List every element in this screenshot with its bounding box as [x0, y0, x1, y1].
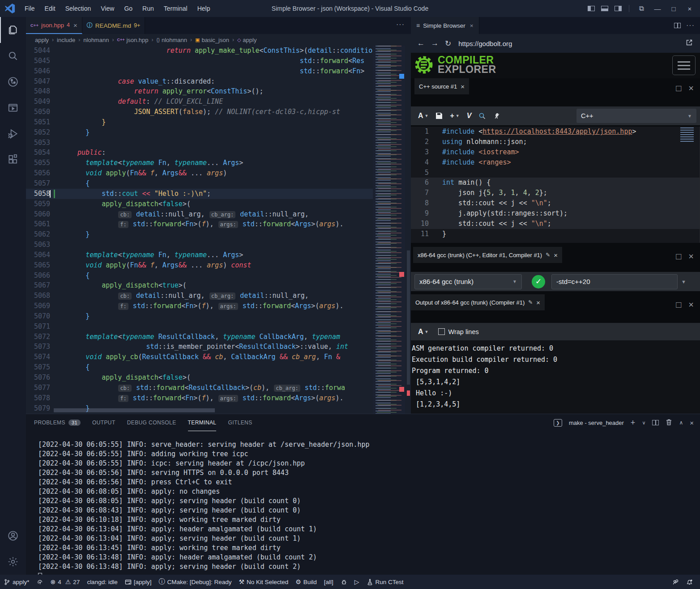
- code-line-5053[interactable]: 5053: [26, 138, 373, 148]
- maximize-button[interactable]: □: [667, 5, 680, 13]
- build-button[interactable]: ⚙ Build: [292, 575, 320, 589]
- tab-debug-console[interactable]: DEBUG CONSOLE: [127, 414, 176, 431]
- code-line-5044[interactable]: 5044 return apply_make_tuple<ConstThis>(…: [26, 46, 373, 56]
- menu-file[interactable]: File: [20, 0, 40, 17]
- split-terminal-icon[interactable]: [652, 420, 659, 425]
- code-line-5067[interactable]: 5067 apply_dispatch<true>(: [26, 280, 373, 291]
- code-line-5068[interactable]: 5068 cb: detail::null_arg, cb_arg: detai…: [26, 291, 373, 301]
- breadcrumb-item[interactable]: include: [57, 37, 75, 43]
- more-actions-icon[interactable]: ···: [686, 21, 695, 30]
- problems-status-item[interactable]: ⊗ 4 ⚠ 27: [47, 575, 84, 589]
- code-line-5054[interactable]: 5054 public:: [26, 148, 373, 158]
- language-select[interactable]: C++ ▼: [576, 109, 696, 123]
- maximize-pane-icon[interactable]: □: [676, 83, 681, 93]
- code-line-5063[interactable]: 5063: [26, 240, 373, 250]
- toggle-panel-icon[interactable]: [601, 6, 608, 11]
- code-line-5056[interactable]: 5056 void apply(Fn&& f, Args&& ... args): [26, 168, 373, 178]
- horizontal-scrollbar[interactable]: [54, 408, 215, 412]
- code-line-5076[interactable]: 5076 apply_dispatch<false>(: [26, 373, 373, 383]
- run-debug-icon[interactable]: [0, 121, 26, 147]
- code-line-5057[interactable]: 5057 {: [26, 178, 373, 189]
- git-branch-item[interactable]: apply*: [0, 575, 33, 589]
- code-line-5050[interactable]: 5050 JSON_ASSERT(false); // NOLINT(cert-…: [26, 107, 373, 117]
- code-line-10[interactable]: 10 std::cout << j << "\n";: [411, 219, 700, 229]
- code-line-3[interactable]: 3#include <iostream>: [411, 147, 700, 157]
- back-icon[interactable]: ←: [417, 39, 425, 48]
- close-pane-icon[interactable]: ×: [688, 83, 694, 93]
- launch-play-icon[interactable]: ▷: [351, 575, 363, 589]
- code-line-5[interactable]: 5: [411, 168, 700, 178]
- save-icon[interactable]: [435, 112, 443, 119]
- breadcrumb-item[interactable]: basic_json: [201, 37, 229, 43]
- add-pane-icon[interactable]: +▼: [450, 112, 459, 120]
- code-line-4[interactable]: 4#include <ranges>: [411, 157, 700, 168]
- vim-mode-icon[interactable]: V: [467, 112, 472, 120]
- settings-gear-icon[interactable]: [0, 549, 26, 575]
- menu-edit[interactable]: Edit: [40, 0, 60, 17]
- feedback-icon[interactable]: [669, 575, 683, 589]
- code-line-5051[interactable]: 5051 }: [26, 117, 373, 127]
- search-icon[interactable]: [0, 43, 26, 69]
- build-target-item[interactable]: [all]: [320, 575, 337, 589]
- code-line-5073[interactable]: 5073 std::is_member_pointer<ResultCallba…: [26, 342, 373, 352]
- code-line-5055[interactable]: 5055 template<typename Fn, typename... A…: [26, 158, 373, 168]
- code-line-5046[interactable]: 5046 std::forward<Fn>: [26, 66, 373, 76]
- cmake-project-item[interactable]: [apply]: [121, 575, 155, 589]
- explorer-icon[interactable]: [0, 17, 26, 43]
- maximize-pane-icon[interactable]: □: [676, 300, 681, 310]
- wrap-lines-checkbox[interactable]: [438, 328, 445, 335]
- close-icon[interactable]: ×: [461, 83, 465, 90]
- menu-view[interactable]: View: [96, 0, 119, 17]
- customize-layout-icon[interactable]: ⧉: [635, 4, 648, 13]
- code-line-5077[interactable]: 5077 cb: std::forward<ResultCallback>(cb…: [26, 383, 373, 393]
- close-panel-icon[interactable]: ×: [690, 419, 694, 427]
- vertical-scrollbar[interactable]: [407, 250, 410, 385]
- simple-browser-preview-icon[interactable]: [0, 95, 26, 121]
- terminal-title[interactable]: make - serve_header: [569, 420, 624, 426]
- code-line-5078[interactable]: 5078 f: std::forward<Fn>(f), args: std::…: [26, 393, 373, 403]
- tab-output[interactable]: OUTPUT: [92, 414, 115, 431]
- code-line-9[interactable]: 9 j.apply(std::ranges::sort);: [411, 208, 700, 219]
- code-line-5072[interactable]: 5072 template<typename ResultCallback, t…: [26, 332, 373, 342]
- clangd-status-item[interactable]: clangd: idle: [83, 575, 121, 589]
- code-line-5060[interactable]: 5060 cb: detail::null_arg, cb_arg: detai…: [26, 209, 373, 220]
- code-line-11[interactable]: 11}: [411, 229, 700, 239]
- close-icon[interactable]: ×: [554, 251, 558, 259]
- ce-source-editor[interactable]: 1#include <https://localhost:8443/apply/…: [411, 127, 700, 243]
- breadcrumb-item[interactable]: nlohmann: [162, 37, 187, 43]
- toggle-sidebar-icon[interactable]: [588, 6, 595, 11]
- code-line-5065[interactable]: 5065 void apply(Fn&& f, Args&& ... args)…: [26, 260, 373, 271]
- code-line-5052[interactable]: 5052 }: [26, 127, 373, 138]
- options-dropdown-icon[interactable]: ▼: [681, 279, 686, 284]
- kill-terminal-trash-icon[interactable]: [666, 419, 672, 427]
- open-external-icon[interactable]: [686, 39, 693, 48]
- close-tab-icon[interactable]: ×: [470, 22, 474, 29]
- reload-icon[interactable]: ↻: [445, 39, 451, 48]
- code-line-5069[interactable]: 5069 f: std::forward<Fn>(f), args: std::…: [26, 301, 373, 311]
- minimize-button[interactable]: —: [651, 5, 664, 13]
- compiler-select[interactable]: x86-64 gcc (trunk) ▼: [414, 274, 522, 289]
- url-input[interactable]: https://godbolt.org: [458, 40, 512, 47]
- tab-readme-md[interactable]: ⓘ README.md 9+: [82, 17, 145, 34]
- breadcrumb-item[interactable]: nlohmann: [83, 37, 109, 43]
- split-editor-icon[interactable]: [674, 23, 681, 28]
- code-line-2[interactable]: 2using nlohmann::json;: [411, 137, 700, 147]
- toggle-secondary-sidebar-icon[interactable]: [615, 6, 622, 11]
- kit-select-item[interactable]: ⚒ No Kit Selected: [235, 575, 292, 589]
- close-tab-icon[interactable]: ×: [73, 21, 77, 29]
- more-actions-icon[interactable]: ···: [396, 21, 405, 29]
- code-line-5045[interactable]: 5045 std::forward<Res: [26, 56, 373, 66]
- source-control-icon[interactable]: [0, 69, 26, 95]
- compiler-options-input[interactable]: -std=c++20: [551, 274, 678, 289]
- forward-icon[interactable]: →: [431, 39, 439, 48]
- close-pane-icon[interactable]: ×: [688, 251, 694, 262]
- account-icon[interactable]: [0, 523, 26, 549]
- breadcrumb-item[interactable]: apply: [35, 37, 49, 43]
- minimap[interactable]: [373, 46, 405, 414]
- menu-run[interactable]: Run: [137, 0, 159, 17]
- cmake-status-item[interactable]: ⓘ CMake: [Debug]: Ready: [155, 575, 235, 589]
- rename-pencil-icon[interactable]: ✎: [528, 299, 533, 305]
- compiler-pane-tab[interactable]: x86-64 gcc (trunk) (C++, Editor #1, Comp…: [413, 247, 562, 263]
- menu-terminal[interactable]: Terminal: [159, 0, 192, 17]
- code-line-6[interactable]: 6int main() {: [411, 178, 700, 188]
